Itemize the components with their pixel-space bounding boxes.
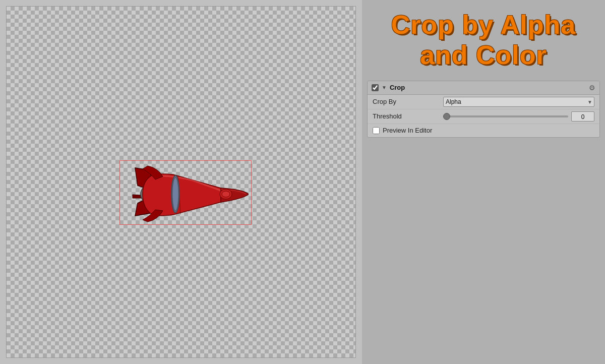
checker-background	[7, 7, 355, 357]
title-area: Crop by Alpha and Color	[367, 5, 600, 81]
threshold-label: Threshold	[373, 112, 443, 120]
svg-point-6	[172, 177, 178, 211]
crop-by-dropdown-wrapper: Alpha Color ▼	[443, 97, 594, 107]
crop-enabled-checkbox[interactable]	[372, 84, 379, 91]
title-line2: and Color	[420, 40, 547, 70]
inspector-panel: ▼ Crop ⚙ Crop By Alpha Color ▼ Threshold	[367, 81, 600, 138]
crop-by-row: Crop By Alpha Color ▼	[368, 95, 599, 109]
gear-icon[interactable]: ⚙	[589, 84, 595, 92]
canvas-area[interactable]	[6, 6, 356, 358]
threshold-value-display: 0	[571, 111, 594, 122]
preview-in-editor-row: Preview In Editor	[368, 124, 599, 137]
preview-in-editor-checkbox[interactable]	[373, 127, 380, 134]
inspector-title: Crop	[390, 84, 586, 91]
rocket-container	[119, 160, 252, 225]
canvas-panel	[0, 0, 362, 364]
preview-in-editor-label: Preview In Editor	[383, 127, 432, 134]
collapse-arrow-icon[interactable]: ▼	[382, 85, 387, 90]
crop-by-control: Alpha Color ▼	[443, 97, 594, 107]
right-panel: Crop by Alpha and Color ▼ Crop ⚙ Crop By…	[362, 0, 605, 364]
rocket-sprite	[123, 163, 249, 222]
threshold-slider-wrapper: 0	[443, 111, 594, 122]
title-line1: Crop by Alpha	[391, 10, 576, 39]
crop-by-label: Crop By	[373, 98, 443, 105]
main-title: Crop by Alpha and Color	[372, 10, 595, 71]
crop-by-select[interactable]: Alpha Color	[443, 97, 594, 107]
threshold-control: 0	[443, 111, 594, 122]
threshold-slider[interactable]	[443, 115, 568, 117]
svg-point-8	[222, 191, 230, 197]
threshold-row: Threshold 0	[368, 109, 599, 124]
inspector-header: ▼ Crop ⚙	[368, 81, 599, 95]
